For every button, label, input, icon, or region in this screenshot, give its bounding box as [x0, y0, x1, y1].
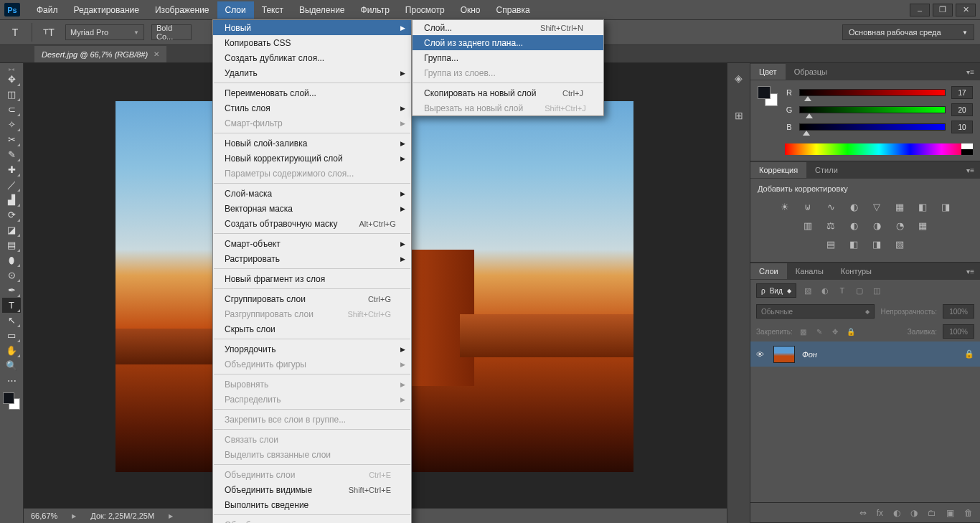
menu-item[interactable]: Скрыть слои: [213, 321, 411, 336]
menu-window[interactable]: Окно: [453, 1, 489, 19]
menu-text[interactable]: Текст: [254, 1, 291, 19]
tab-styles[interactable]: Стили: [806, 162, 847, 178]
move-tool[interactable]: ✥: [2, 72, 21, 87]
menu-item[interactable]: Смарт-объект▶: [213, 236, 411, 251]
gradient-tool[interactable]: ▤: [2, 237, 21, 253]
window-close-button[interactable]: ✕: [956, 4, 976, 17]
menu-item[interactable]: Копировать CSS: [213, 35, 411, 50]
menu-item[interactable]: Удалить▶: [213, 65, 411, 80]
marquee-tool[interactable]: ◫: [2, 87, 21, 102]
color-swatches[interactable]: [1, 391, 22, 411]
toolbox-grip[interactable]: ▸◂: [1, 66, 22, 72]
new-layer-icon[interactable]: ▣: [946, 508, 954, 518]
workspace-dropdown[interactable]: Основная рабочая среда▼: [842, 24, 974, 40]
menu-item[interactable]: Слой...Shift+Ctrl+N: [413, 20, 603, 35]
group-icon[interactable]: 🗀: [928, 508, 936, 518]
menu-image[interactable]: Изображение: [147, 1, 217, 19]
filter-type-icon[interactable]: T: [837, 285, 848, 296]
panel-menu-icon[interactable]: ▾≡: [961, 166, 980, 174]
zoom-tool[interactable]: 🔍: [2, 358, 21, 373]
rectangle-tool[interactable]: ▭: [2, 328, 21, 343]
menu-item[interactable]: Новый слой-заливка▶: [213, 136, 411, 151]
menu-select[interactable]: Выделение: [291, 1, 353, 19]
fill-value[interactable]: 100%: [943, 324, 974, 339]
visibility-icon[interactable]: 👁: [756, 350, 766, 359]
menu-item[interactable]: Векторная маска▶: [213, 201, 411, 216]
stamp-tool[interactable]: ▟: [2, 192, 21, 207]
menu-item[interactable]: Создать дубликат слоя...: [213, 50, 411, 65]
lock-pixels-icon[interactable]: ✎: [814, 326, 824, 336]
brush-tool[interactable]: ／: [2, 177, 21, 192]
menu-layers[interactable]: Слои: [217, 1, 254, 19]
menu-item[interactable]: Стиль слоя▶: [213, 100, 411, 116]
menu-item[interactable]: Упорядочить▶: [213, 341, 411, 357]
selective-color-icon[interactable]: ◧: [847, 237, 861, 250]
g-slider[interactable]: [799, 106, 946, 113]
menu-item[interactable]: Переименовать слой...: [213, 85, 411, 100]
bw-icon[interactable]: ◨: [938, 200, 953, 213]
tab-adjustments[interactable]: Коррекция: [750, 162, 806, 178]
adj-icon[interactable]: ▧: [892, 237, 907, 250]
lock-transparent-icon[interactable]: ▩: [798, 326, 809, 336]
crop-tool[interactable]: ✂: [2, 132, 21, 147]
hand-tool[interactable]: ✋: [2, 343, 21, 358]
foreground-color-swatch[interactable]: [3, 392, 14, 404]
menu-item[interactable]: Скопировать на новый слойCtrl+J: [413, 85, 603, 100]
lock-all-icon[interactable]: 🔒: [846, 326, 856, 336]
menu-item[interactable]: Новый▶: [213, 20, 411, 35]
blur-tool[interactable]: ⬮: [2, 253, 21, 268]
zoom-value[interactable]: 66,67%: [31, 512, 57, 520]
menu-item[interactable]: Объединить видимыеShift+Ctrl+E: [213, 482, 411, 497]
filter-smart-icon[interactable]: ◫: [871, 285, 882, 296]
menu-item[interactable]: Слой-маска▶: [213, 186, 411, 201]
b-slider[interactable]: [799, 123, 946, 131]
adjustment-layer-icon[interactable]: ◑: [910, 508, 918, 518]
tab-channels[interactable]: Каналы: [787, 263, 832, 279]
lasso-tool[interactable]: ⊂: [2, 102, 21, 117]
history-panel-icon[interactable]: ◈: [731, 70, 747, 86]
layer-thumbnail[interactable]: [773, 346, 795, 363]
filter-shape-icon[interactable]: ▢: [854, 285, 865, 296]
exposure-icon[interactable]: ◐: [847, 200, 861, 213]
r-value[interactable]: 17: [951, 86, 973, 99]
eyedropper-tool[interactable]: ✎: [2, 147, 21, 162]
close-tab-icon[interactable]: ✕: [154, 50, 159, 58]
menu-item[interactable]: Новый фрагмент из слоя: [213, 271, 411, 286]
pen-tool[interactable]: ✒: [2, 283, 21, 298]
tab-layers[interactable]: Слои: [750, 263, 787, 279]
magic-wand-tool[interactable]: ✧: [2, 117, 21, 132]
menu-item[interactable]: Группа...: [413, 50, 603, 65]
invert-icon[interactable]: ◑: [870, 219, 884, 232]
dodge-tool[interactable]: ⊙: [2, 268, 21, 283]
history-brush-tool[interactable]: ⟳: [2, 207, 21, 222]
tab-swatches[interactable]: Образцы: [786, 64, 836, 80]
opacity-value[interactable]: 100%: [943, 304, 974, 319]
menu-item[interactable]: Слой из заднего плана...: [413, 35, 603, 50]
font-family-dropdown[interactable]: Myriad Pro▼: [65, 24, 144, 40]
type-tool[interactable]: T: [2, 298, 21, 313]
menu-item[interactable]: Растрировать▶: [213, 251, 411, 266]
threshold-icon[interactable]: ▦: [915, 219, 930, 232]
panel-menu-icon[interactable]: ▾≡: [961, 68, 980, 76]
layer-row[interactable]: 👁 Фон 🔒: [750, 341, 980, 367]
adj-icon[interactable]: ◨: [870, 237, 884, 250]
properties-panel-icon[interactable]: ⊞: [731, 108, 747, 123]
filter-pixel-icon[interactable]: ▧: [802, 285, 814, 296]
filter-adj-icon[interactable]: ◐: [819, 285, 831, 296]
curves-icon[interactable]: ∿: [824, 200, 838, 213]
menu-item[interactable]: Выполнить сведение: [213, 497, 411, 512]
menu-item[interactable]: Создать обтравочную маскуAlt+Ctrl+G: [213, 216, 411, 231]
b-value[interactable]: 10: [951, 121, 973, 133]
channelmixer-icon[interactable]: ⚖: [824, 219, 838, 232]
menu-item[interactable]: Новый корректирующий слой▶: [213, 151, 411, 166]
gradient-map-icon[interactable]: ▤: [824, 237, 838, 250]
lock-position-icon[interactable]: ✥: [830, 326, 840, 336]
levels-icon[interactable]: ⊍: [801, 200, 815, 213]
document-tab[interactable]: Desert.jpg @ 66,7% (RGB/8#) ✕: [34, 46, 166, 62]
delete-layer-icon[interactable]: 🗑: [964, 508, 973, 518]
mask-icon[interactable]: ◐: [893, 508, 900, 518]
g-value[interactable]: 20: [951, 103, 973, 116]
path-select-tool[interactable]: ↖: [2, 313, 21, 328]
tab-color[interactable]: Цвет: [750, 64, 786, 80]
layer-name[interactable]: Фон: [802, 350, 817, 359]
